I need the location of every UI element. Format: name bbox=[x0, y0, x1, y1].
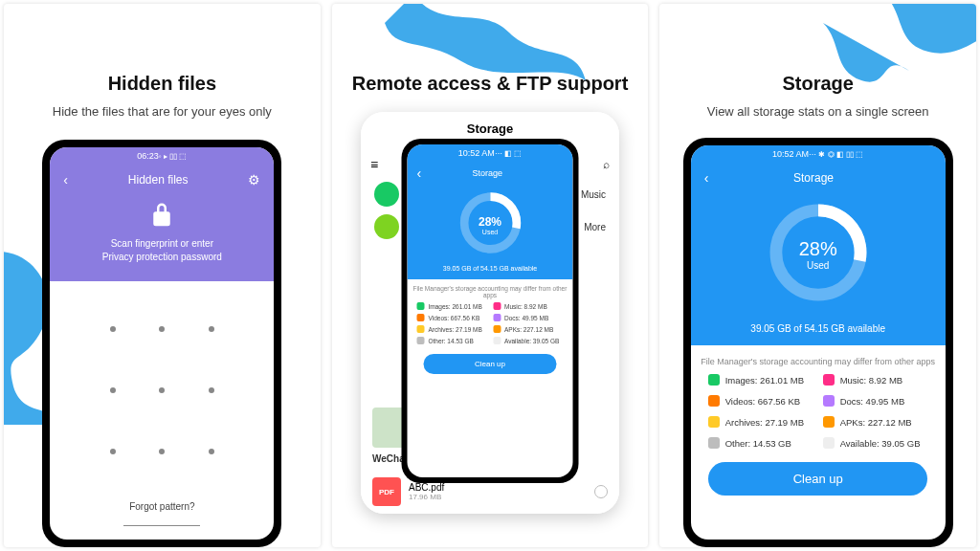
legend-label: Archives: 27.19 MB bbox=[725, 417, 804, 428]
status-time: 06:23 bbox=[137, 151, 159, 161]
panel-storage: Storage View all storage stats on a sing… bbox=[659, 4, 976, 547]
lock-message: Scan fingerprint or enter Privacy protec… bbox=[102, 237, 222, 264]
legend-swatch bbox=[708, 416, 720, 428]
file-size: 17.96 MB bbox=[409, 493, 444, 501]
select-radio[interactable] bbox=[594, 485, 608, 498]
panel-title: Remote access & FTP support bbox=[352, 73, 629, 95]
legend-label: Images: 261.01 MB bbox=[429, 303, 482, 310]
legend-item: Available: 39.05 GB bbox=[493, 337, 564, 344]
legend-item: Other: 14.53 GB bbox=[708, 437, 813, 449]
legend-item: Music: 8.92 MB bbox=[823, 374, 928, 386]
lock-icon bbox=[147, 201, 176, 230]
legend-label: APKs: 227.12 MB bbox=[504, 326, 553, 333]
storage-legend: Images: 261.01 MBMusic: 8.92 MBVideos: 6… bbox=[691, 374, 946, 452]
legend-label: Music: 8.92 MB bbox=[840, 375, 902, 386]
pattern-pad[interactable] bbox=[50, 281, 274, 494]
legend-swatch bbox=[823, 374, 835, 386]
panel-hidden-files: Hidden files Hide the files that are for… bbox=[4, 4, 321, 547]
legend-swatch bbox=[708, 395, 720, 407]
legend-label: Docs: 49.95 MB bbox=[504, 315, 548, 321]
legend-item: Available: 39.05 GB bbox=[823, 437, 928, 449]
forgot-pattern-link[interactable]: Forgot pattern? bbox=[123, 494, 200, 526]
legend-label: Archives: 27.19 MB bbox=[429, 326, 482, 333]
legend-item: APKs: 227.12 MB bbox=[493, 325, 564, 333]
legend-swatch bbox=[823, 437, 835, 449]
legend-label: Available: 39.05 GB bbox=[840, 438, 921, 449]
legend-item: APKs: 227.12 MB bbox=[823, 416, 928, 428]
storage-legend: Images: 261.01 MBMusic: 8.92 MBVideos: 6… bbox=[408, 302, 573, 350]
legend-label: Other: 14.53 GB bbox=[429, 338, 474, 344]
back-icon[interactable]: ‹ bbox=[63, 172, 68, 187]
legend-swatch bbox=[823, 395, 835, 407]
status-icons: ⋯ ✱ ⏣ ◧ ▯▯ ⬚ bbox=[809, 150, 863, 159]
status-icons: ⋯ ◧ ⬚ bbox=[495, 149, 522, 158]
legend-item: Music: 8.92 MB bbox=[493, 302, 564, 310]
legend-swatch bbox=[417, 325, 425, 333]
phone-mock-hidden-files: 06:23 ◦ ▸ ▯▯ ⬚ ‹ Hidden files ⚙ Scan fin… bbox=[42, 140, 281, 547]
legend-label: Images: 261.01 MB bbox=[725, 375, 804, 386]
back-title: Storage bbox=[361, 121, 619, 136]
legend-item: Videos: 667.56 KB bbox=[417, 314, 488, 321]
legend-item: Images: 261.01 MB bbox=[417, 302, 488, 310]
cleanup-button[interactable]: Clean up bbox=[424, 354, 556, 374]
legend-swatch bbox=[493, 302, 501, 310]
status-time: 10:52 AM bbox=[458, 148, 495, 158]
legend-swatch bbox=[417, 314, 425, 321]
legend-item: Archives: 27.19 MB bbox=[708, 416, 813, 428]
status-icons: ◦ ▸ ▯▯ ⬚ bbox=[159, 152, 188, 161]
file-name: ABC.pdf bbox=[409, 482, 444, 493]
panel-subtitle: View all storage stats on a single scree… bbox=[707, 104, 929, 119]
legend-label: Music: 8.92 MB bbox=[504, 303, 547, 310]
storage-available: 39.05 GB of 54.15 GB available bbox=[750, 323, 885, 334]
storage-note: File Manager's storage accounting may di… bbox=[408, 279, 573, 302]
menu-icon[interactable]: ≡ bbox=[370, 157, 378, 172]
legend-item: Docs: 49.95 MB bbox=[823, 395, 928, 407]
legend-label: Videos: 667.56 KB bbox=[725, 396, 801, 407]
legend-swatch bbox=[823, 416, 835, 428]
legend-swatch bbox=[417, 302, 425, 310]
legend-swatch bbox=[417, 337, 425, 344]
legend-item: Images: 261.01 MB bbox=[708, 374, 813, 386]
gear-icon[interactable]: ⚙ bbox=[248, 172, 260, 187]
screen-title: Storage bbox=[421, 168, 553, 178]
panel-subtitle: Hide the files that are for your eyes on… bbox=[53, 104, 272, 119]
legend-swatch bbox=[493, 337, 501, 344]
legend-item: Archives: 27.19 MB bbox=[417, 325, 488, 333]
legend-label: APKs: 227.12 MB bbox=[840, 417, 912, 428]
cleanup-button[interactable]: Clean up bbox=[708, 462, 927, 496]
legend-swatch bbox=[708, 374, 720, 386]
legend-item: Videos: 667.56 KB bbox=[708, 395, 813, 407]
panel-title: Hidden files bbox=[108, 73, 216, 95]
screen-title: Storage bbox=[708, 171, 918, 185]
legend-swatch bbox=[493, 325, 501, 333]
status-time: 10:52 AM bbox=[772, 149, 809, 159]
legend-swatch bbox=[493, 314, 501, 321]
legend-item: Other: 14.53 GB bbox=[417, 337, 488, 344]
storage-available: 39.05 GB of 54.15 GB available bbox=[443, 265, 537, 272]
legend-label: Videos: 667.56 KB bbox=[429, 315, 480, 321]
legend-label: Available: 39.05 GB bbox=[504, 338, 559, 344]
pdf-icon: PDF bbox=[372, 477, 401, 506]
screen-title: Hidden files bbox=[128, 173, 189, 187]
panel-title: Storage bbox=[782, 73, 853, 95]
phone-mock-storage-small: 10:52 AM ⋯ ◧ ⬚ ‹ Storage bbox=[402, 139, 579, 483]
panel-remote-ftp: Remote access & FTP support Storage View… bbox=[332, 4, 649, 547]
legend-label: Other: 14.53 GB bbox=[725, 438, 791, 449]
legend-item: Docs: 49.95 MB bbox=[493, 314, 564, 321]
storage-note: File Manager's storage accounting may di… bbox=[691, 345, 946, 374]
search-icon[interactable]: ⌕ bbox=[603, 158, 610, 171]
legend-swatch bbox=[708, 437, 720, 449]
phone-mock-storage: 10:52 AM ⋯ ✱ ⏣ ◧ ▯▯ ⬚ ‹ Storage 28%Used bbox=[683, 138, 953, 547]
legend-label: Docs: 49.95 MB bbox=[840, 396, 905, 407]
